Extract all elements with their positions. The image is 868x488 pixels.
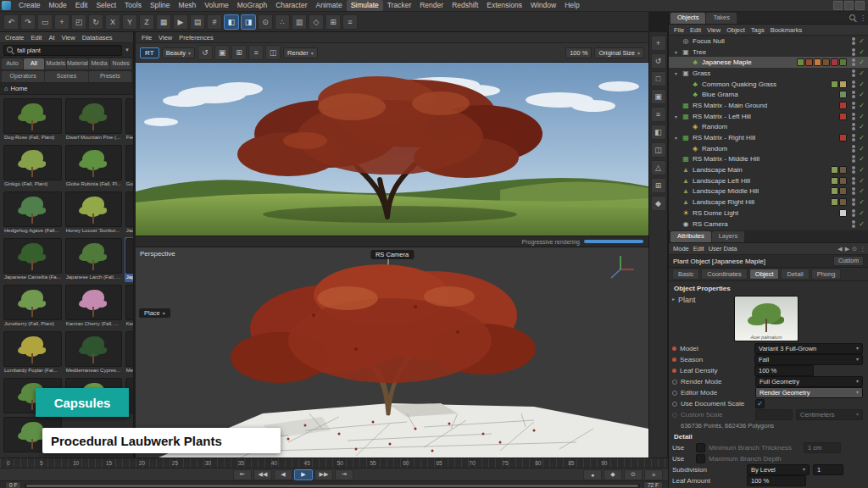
asset-item[interactable]: Kentia Palm (Fall, Pla... — [125, 284, 133, 329]
y-axis-lock[interactable]: Y — [122, 14, 137, 30]
pass-dropdown[interactable]: Beauty ▾ — [162, 47, 195, 58]
object-row[interactable]: ♣ Blue Grama ✓ — [669, 89, 868, 100]
panel-menu-icon[interactable]: ≡ — [342, 14, 358, 30]
asset-tab[interactable]: All — [24, 58, 45, 69]
asset-item[interactable]: Japanese Larch (Fall, ... — [64, 237, 123, 282]
attributes-tab[interactable]: Attributes — [670, 231, 711, 242]
menubar-item[interactable]: Mesh — [175, 0, 201, 11]
grid-icon[interactable]: ▥ — [292, 14, 307, 30]
object-row[interactable]: ▲ Landscape Middle Hill ✓ — [669, 186, 868, 197]
keyframe-dot[interactable] — [672, 380, 677, 385]
rt-toggle-button[interactable]: RT — [140, 47, 159, 58]
object-row[interactable]: ▦ RS Matrix - Main Ground ✓ — [669, 100, 868, 111]
menubar-item[interactable]: Edit — [71, 0, 92, 11]
asset-item[interactable]: Dwarf Mountain Pine (... — [64, 97, 123, 142]
object-row[interactable]: ▾ ▦ RS Matrix - Left Hill ✓ — [669, 111, 868, 122]
visibility-dots[interactable] — [852, 145, 855, 152]
material-chip[interactable] — [839, 209, 847, 217]
enable-check-icon[interactable]: ✓ — [858, 134, 865, 141]
material-chip[interactable] — [839, 198, 847, 206]
enable-check-icon[interactable]: ✓ — [858, 220, 865, 228]
size-dropdown[interactable]: Original Size ▾ — [594, 47, 644, 58]
panel-tool-icon[interactable]: ▣ — [651, 89, 666, 104]
enable-check-icon[interactable]: ✓ — [858, 102, 865, 109]
attributes-menu-item[interactable]: Mode — [671, 245, 691, 252]
menubar-item[interactable]: Redshift — [448, 0, 482, 11]
asset-tab[interactable]: Operators — [2, 71, 44, 82]
panel-tool-icon[interactable]: ◧ — [651, 125, 666, 140]
asset-tab[interactable]: Presets — [89, 71, 131, 82]
asset-tab[interactable]: Materials — [67, 58, 88, 69]
range-end-field[interactable]: 72 F — [643, 481, 663, 488]
visibility-dots[interactable] — [852, 134, 855, 141]
timeline-scrollbar[interactable] — [25, 484, 640, 488]
keyframe-dot[interactable] — [672, 369, 676, 373]
menubar-item[interactable]: MoGraph — [233, 0, 271, 11]
keyframe-dot[interactable] — [672, 402, 677, 407]
visibility-dots[interactable] — [852, 198, 855, 206]
material-chip[interactable] — [839, 80, 847, 88]
asset-item[interactable]: Golden Weeping Willo... — [125, 144, 133, 189]
history-back-icon[interactable]: ◀ — [837, 246, 842, 252]
expand-arrow-icon[interactable]: ▾ — [673, 49, 679, 55]
layout-icon[interactable]: ⊞ — [326, 14, 341, 30]
enable-check-icon[interactable]: ✓ — [858, 37, 865, 45]
asset-browser-menu-item[interactable]: Databases — [80, 34, 115, 42]
panel-tool-icon[interactable]: △ — [651, 160, 666, 175]
asset-item[interactable]: Japanese Camellia (Fa... — [3, 237, 63, 282]
prev-key-button[interactable]: ◀◀ — [253, 469, 272, 480]
attribute-tab[interactable]: Detail — [781, 269, 809, 280]
prev-frame-button[interactable]: ◀ — [274, 469, 292, 480]
object-manager-menu-item[interactable]: View — [704, 26, 723, 34]
object-manager-menu-item[interactable]: Object — [724, 26, 748, 34]
custom-scale-field[interactable] — [755, 409, 793, 420]
zoom-level[interactable]: 100 % — [565, 47, 592, 58]
panel-tool-icon[interactable]: ↺ — [651, 53, 666, 69]
object-row[interactable]: ▲ Landscape Right Hill ✓ — [669, 197, 868, 208]
enable-check-icon[interactable]: ✓ — [858, 177, 865, 185]
material-chip[interactable] — [797, 58, 804, 66]
object-row[interactable]: ◉ RS Camera ✓ — [669, 219, 868, 230]
menubar-item[interactable]: Tracker — [383, 0, 416, 11]
asset-browser-menu-item[interactable]: Edit — [29, 34, 45, 42]
object-manager-menu-item[interactable]: File — [671, 26, 687, 34]
material-chip[interactable] — [839, 58, 847, 66]
timeline-options-button[interactable]: ≡ — [644, 469, 663, 480]
history-forward-icon[interactable]: ▶ — [845, 246, 849, 252]
asset-item[interactable]: Honey Locust 'Sunbur... — [64, 191, 123, 236]
visibility-dots[interactable] — [852, 155, 855, 163]
material-chip[interactable] — [839, 177, 847, 185]
material-chip[interactable] — [839, 187, 847, 195]
expand-arrow-icon[interactable]: ▾ — [673, 114, 679, 119]
subdivision-dropdown[interactable]: By Level ▾ — [747, 464, 810, 475]
menubar-item[interactable]: Create — [14, 0, 45, 11]
asset-item[interactable]: Globe Robinia (Fall, Pl... — [64, 144, 123, 189]
goto-start-button[interactable]: ⇤ — [233, 469, 252, 480]
asset-item[interactable]: Mediterranean Dwarf ... — [125, 330, 133, 375]
object-row[interactable]: ▾ ▦ RS Matrix - Right Hill ✓ — [669, 132, 868, 143]
menubar-item[interactable]: Tools — [120, 0, 146, 11]
asset-item[interactable]: Mediterranean Cypres... — [64, 330, 123, 375]
asset-tab[interactable]: Media — [89, 58, 110, 69]
panel-tool-icon[interactable]: ◫ — [651, 142, 666, 158]
lock-icon[interactable]: ⊙ — [852, 246, 857, 252]
object-row[interactable]: ▾ ▣ Grass ✓ — [669, 68, 868, 79]
menubar-item[interactable]: Window — [526, 0, 560, 11]
material-chip[interactable] — [831, 198, 838, 206]
render-settings-icon[interactable]: # — [207, 14, 222, 30]
visibility-dots[interactable] — [852, 37, 855, 45]
snapshot-icon[interactable]: ⊞ — [231, 45, 247, 60]
material-chip[interactable] — [831, 177, 838, 185]
enable-check-icon[interactable]: ✓ — [858, 80, 865, 88]
z-axis-lock[interactable]: Z — [139, 14, 154, 30]
panel-tool-icon[interactable]: □ — [651, 71, 666, 86]
enable-check-icon[interactable]: ✓ — [858, 113, 865, 120]
material-chip[interactable] — [805, 58, 813, 66]
asset-tab[interactable]: Nodes — [110, 58, 131, 69]
place-tool-label[interactable]: Place ▾ — [139, 308, 170, 318]
more-icon[interactable]: ⋮ — [860, 14, 866, 22]
visibility-dots[interactable] — [852, 187, 855, 195]
object-row[interactable]: ♣ Japanese Maple ✓ — [669, 57, 868, 68]
menubar-item[interactable]: Volume — [200, 0, 232, 11]
visibility-dots[interactable] — [852, 113, 855, 120]
